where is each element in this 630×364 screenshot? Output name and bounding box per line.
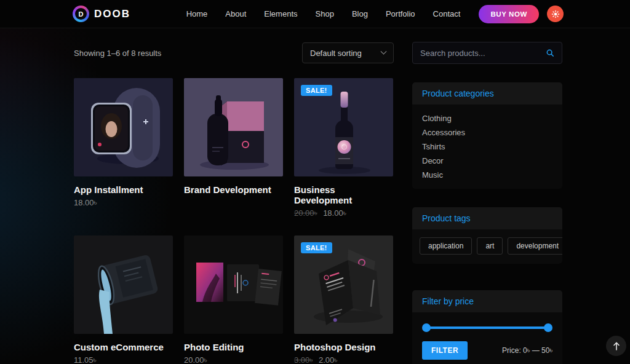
product-card: Brand Development: [184, 78, 283, 218]
product-price: 11.05৳: [74, 355, 173, 364]
scroll-to-top-button[interactable]: [606, 336, 626, 356]
product-price: 3.00৳ 2.00৳: [294, 355, 393, 364]
widget-body: application art development: [412, 229, 562, 264]
product-price: 20.00৳ 18.00৳: [294, 208, 393, 218]
nav-link-elements[interactable]: Elements: [264, 9, 297, 18]
product-price: 18.00৳: [74, 198, 173, 208]
page-content: Showing 1–6 of 8 results Default sorting: [0, 28, 630, 364]
logo-text: DOOB: [94, 8, 130, 20]
product-card: Custom eCommerce 11.05৳: [74, 235, 173, 364]
product-categories-widget: Product categories Clothing Accessories …: [412, 82, 562, 189]
product-grid: App Installment 18.00৳: [74, 78, 394, 364]
buy-now-button[interactable]: BUY NOW: [479, 5, 539, 23]
filter-row: FILTER Price: 0৳ — 50৳: [422, 341, 552, 362]
product-card: Photo Editing 20.00৳: [184, 235, 283, 364]
category-link-tshirts[interactable]: Tshirts: [422, 140, 552, 153]
search-button[interactable]: [546, 49, 554, 57]
logo-ring-icon: D: [73, 6, 89, 22]
tag-development[interactable]: development: [508, 237, 562, 255]
smartwatch-product-photo[interactable]: [74, 78, 173, 176]
sorting-value: Default sorting: [310, 49, 362, 58]
old-price: 20.00৳: [294, 208, 317, 218]
brochure-product-photo[interactable]: SALE!: [294, 235, 393, 334]
results-count: Showing 1–6 of 8 results: [74, 49, 161, 58]
nav-link-blog[interactable]: Blog: [352, 9, 368, 18]
widget-body: FILTER Price: 0৳ — 50৳: [412, 312, 562, 364]
widget-title: Product categories: [422, 89, 494, 98]
widget-header: Product tags: [412, 207, 562, 229]
shop-sidebar: Product categories Clothing Accessories …: [412, 42, 562, 364]
filter-by-price-widget: Filter by price FILTER Price: 0৳ — 50৳: [412, 290, 562, 364]
paint-can-product-photo[interactable]: [74, 235, 173, 334]
product-card: SALE! Business Development 20.00৳ 18.00৳: [294, 78, 393, 218]
site-logo[interactable]: D DOOB: [73, 6, 130, 22]
sale-badge: SALE!: [301, 85, 332, 96]
business-cards-product-photo[interactable]: [184, 235, 283, 334]
widget-header: Filter by price: [412, 290, 562, 312]
nav-link-home[interactable]: Home: [186, 9, 208, 18]
theme-toggle-button[interactable]: [547, 6, 564, 22]
sale-badge: SALE!: [301, 242, 332, 253]
product-title[interactable]: Brand Development: [184, 184, 283, 195]
product-price: 20.00৳: [184, 355, 283, 364]
sorting-dropdown[interactable]: Default sorting: [302, 42, 394, 63]
packaging-box-product-photo[interactable]: [184, 78, 283, 176]
category-link-music[interactable]: Music: [422, 168, 552, 181]
sun-icon: [551, 10, 560, 18]
logo-letter: D: [75, 8, 87, 20]
category-link-decor[interactable]: Decor: [422, 154, 552, 167]
product-title[interactable]: Business Development: [294, 184, 393, 205]
nav-link-shop[interactable]: Shop: [316, 9, 334, 18]
shop-main: Showing 1–6 of 8 results Default sorting: [74, 42, 394, 364]
product-title[interactable]: App Installment: [74, 184, 173, 195]
product-title[interactable]: Photoshop Design: [294, 342, 393, 352]
nav-link-about[interactable]: About: [225, 9, 246, 18]
shop-toolbar: Showing 1–6 of 8 results Default sorting: [74, 42, 394, 64]
chevron-down-icon: [381, 48, 387, 54]
nav-links: Home About Elements Shop Blog Portfolio …: [186, 9, 461, 18]
filter-button[interactable]: FILTER: [422, 341, 468, 360]
nav-link-portfolio[interactable]: Portfolio: [386, 9, 415, 18]
price-range-slider[interactable]: [422, 323, 552, 332]
product-title[interactable]: Custom eCommerce: [74, 342, 173, 352]
product-title[interactable]: Photo Editing: [184, 342, 283, 352]
widget-body: Clothing Accessories Tshirts Decor Music: [412, 105, 562, 189]
product-tags-widget: Product tags application art development: [412, 207, 562, 264]
product-search: [412, 42, 562, 64]
tag-application[interactable]: application: [420, 237, 472, 255]
search-input[interactable]: [420, 49, 546, 58]
slider-track[interactable]: [423, 326, 551, 329]
navbar: D DOOB Home About Elements Shop Blog Por…: [0, 0, 630, 28]
slider-handle-min[interactable]: [422, 323, 431, 332]
tag-art[interactable]: art: [477, 237, 503, 255]
search-icon: [546, 49, 554, 57]
category-link-accessories[interactable]: Accessories: [422, 126, 552, 139]
price-range-label: Price: 0৳ — 50৳: [502, 346, 552, 355]
arrow-up-icon: [613, 342, 620, 350]
category-link-clothing[interactable]: Clothing: [422, 112, 552, 125]
nav-link-contact[interactable]: Contact: [433, 9, 461, 18]
wine-bottle-product-photo[interactable]: SALE!: [294, 78, 393, 176]
product-card: App Installment 18.00৳: [74, 78, 173, 218]
old-price: 3.00৳: [294, 355, 313, 364]
widget-title: Filter by price: [422, 296, 474, 306]
product-card: SALE! Photoshop Design 3.00৳ 2.00৳: [294, 235, 393, 364]
widget-header: Product categories: [412, 82, 562, 105]
slider-handle-max[interactable]: [544, 323, 552, 332]
widget-title: Product tags: [422, 213, 471, 223]
